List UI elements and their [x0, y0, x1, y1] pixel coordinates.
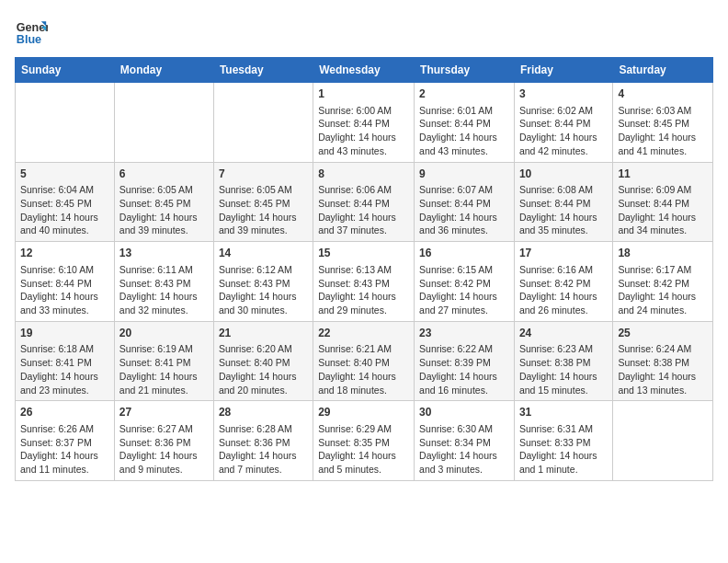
cell-content: Daylight: 14 hours — [219, 449, 308, 463]
cell-content: Sunset: 8:40 PM — [318, 356, 409, 370]
cell-content: Sunrise: 6:15 AM — [419, 263, 509, 277]
cell-content: Sunset: 8:38 PM — [618, 356, 708, 370]
cell-content: Sunrise: 6:24 AM — [618, 342, 708, 356]
cell-content: and 1 minute. — [519, 463, 608, 477]
calendar-cell: 12Sunrise: 6:10 AMSunset: 8:44 PMDayligh… — [16, 242, 115, 322]
calendar-cell: 28Sunrise: 6:28 AMSunset: 8:36 PMDayligh… — [213, 401, 313, 481]
calendar-header: SundayMondayTuesdayWednesdayThursdayFrid… — [16, 58, 713, 83]
calendar-cell: 13Sunrise: 6:11 AMSunset: 8:43 PMDayligh… — [114, 242, 213, 322]
calendar-cell: 9Sunrise: 6:07 AMSunset: 8:44 PMDaylight… — [415, 162, 515, 242]
calendar-cell: 18Sunrise: 6:17 AMSunset: 8:42 PMDayligh… — [613, 242, 713, 322]
day-number: 18 — [618, 246, 708, 261]
cell-content: Sunset: 8:33 PM — [519, 436, 608, 450]
cell-content: Sunset: 8:39 PM — [419, 356, 509, 370]
calendar-cell: 4Sunrise: 6:03 AMSunset: 8:45 PMDaylight… — [613, 83, 713, 163]
cell-content: Daylight: 14 hours — [419, 370, 509, 384]
day-number: 2 — [419, 86, 509, 102]
calendar-cell: 22Sunrise: 6:21 AMSunset: 8:40 PMDayligh… — [313, 321, 415, 401]
cell-content: and 33 minutes. — [20, 304, 109, 317]
cell-content: Sunset: 8:44 PM — [618, 197, 708, 211]
cell-content: Daylight: 14 hours — [519, 370, 608, 384]
cell-content: Sunrise: 6:10 AM — [20, 263, 109, 277]
cell-content: Sunset: 8:37 PM — [20, 436, 109, 450]
cell-content: Daylight: 14 hours — [519, 211, 608, 224]
cell-content: Daylight: 14 hours — [519, 290, 608, 304]
cell-content: and 18 minutes. — [318, 384, 409, 397]
cell-content: Sunset: 8:43 PM — [219, 277, 308, 291]
cell-content: Daylight: 14 hours — [119, 370, 209, 384]
cell-content: and 24 minutes. — [618, 304, 708, 317]
calendar-cell: 8Sunrise: 6:06 AMSunset: 8:44 PMDaylight… — [313, 162, 415, 242]
calendar-cell: 5Sunrise: 6:04 AMSunset: 8:45 PMDaylight… — [16, 162, 115, 242]
day-header-wednesday: Wednesday — [313, 58, 415, 83]
cell-content: Daylight: 14 hours — [318, 211, 409, 224]
day-number: 11 — [618, 167, 708, 182]
calendar-week-4: 26Sunrise: 6:26 AMSunset: 8:37 PMDayligh… — [16, 401, 713, 481]
cell-content: Daylight: 14 hours — [219, 211, 308, 224]
day-number: 22 — [318, 326, 409, 341]
cell-content: Sunset: 8:34 PM — [419, 436, 509, 450]
day-number: 25 — [618, 326, 708, 341]
day-number: 4 — [618, 86, 708, 102]
day-number: 14 — [219, 246, 308, 261]
cell-content: Sunset: 8:42 PM — [618, 277, 708, 291]
calendar-cell: 7Sunrise: 6:05 AMSunset: 8:45 PMDaylight… — [213, 162, 313, 242]
day-number: 9 — [419, 167, 509, 182]
calendar-cell — [16, 83, 115, 163]
cell-content: Sunset: 8:44 PM — [318, 197, 409, 211]
cell-content: Sunrise: 6:01 AM — [419, 104, 509, 118]
calendar-week-0: 1Sunrise: 6:00 AMSunset: 8:44 PMDaylight… — [16, 83, 713, 163]
calendar-cell: 29Sunrise: 6:29 AMSunset: 8:35 PMDayligh… — [313, 401, 415, 481]
cell-content: Sunrise: 6:22 AM — [419, 342, 509, 356]
cell-content: and 37 minutes. — [318, 224, 409, 237]
cell-content: and 3 minutes. — [419, 463, 509, 477]
cell-content: Sunset: 8:44 PM — [519, 197, 608, 211]
cell-content: Sunrise: 6:09 AM — [618, 183, 708, 197]
day-header-saturday: Saturday — [613, 58, 713, 83]
cell-content: Sunset: 8:43 PM — [119, 277, 209, 291]
cell-content: Sunrise: 6:20 AM — [219, 342, 308, 356]
calendar-cell: 31Sunrise: 6:31 AMSunset: 8:33 PMDayligh… — [514, 401, 612, 481]
cell-content: Sunrise: 6:02 AM — [519, 104, 608, 118]
cell-content: Daylight: 14 hours — [318, 370, 409, 384]
cell-content: Sunrise: 6:23 AM — [519, 342, 608, 356]
cell-content: and 39 minutes. — [219, 224, 308, 237]
day-number: 3 — [519, 86, 608, 102]
calendar-cell: 14Sunrise: 6:12 AMSunset: 8:43 PMDayligh… — [213, 242, 313, 322]
day-header-monday: Monday — [114, 58, 213, 83]
day-number: 23 — [419, 326, 509, 341]
calendar-cell: 21Sunrise: 6:20 AMSunset: 8:40 PMDayligh… — [213, 321, 313, 401]
day-number: 7 — [219, 167, 308, 182]
cell-content: Daylight: 14 hours — [318, 290, 409, 304]
cell-content: Daylight: 14 hours — [419, 131, 509, 144]
day-number: 30 — [419, 405, 509, 420]
cell-content: and 7 minutes. — [219, 463, 308, 477]
calendar-cell: 15Sunrise: 6:13 AMSunset: 8:43 PMDayligh… — [313, 242, 415, 322]
cell-content: Daylight: 14 hours — [618, 211, 708, 224]
day-number: 15 — [318, 246, 409, 261]
cell-content: Daylight: 14 hours — [618, 131, 708, 144]
cell-content: Daylight: 14 hours — [219, 370, 308, 384]
calendar-cell: 27Sunrise: 6:27 AMSunset: 8:36 PMDayligh… — [114, 401, 213, 481]
cell-content: and 29 minutes. — [318, 304, 409, 317]
day-header-thursday: Thursday — [415, 58, 515, 83]
day-number: 29 — [318, 405, 409, 420]
cell-content: Sunset: 8:44 PM — [20, 277, 109, 291]
calendar-cell — [213, 83, 313, 163]
calendar-week-2: 12Sunrise: 6:10 AMSunset: 8:44 PMDayligh… — [16, 242, 713, 322]
cell-content: Sunset: 8:41 PM — [20, 356, 109, 370]
day-number: 20 — [119, 326, 209, 341]
day-number: 8 — [318, 167, 409, 182]
cell-content: and 36 minutes. — [419, 224, 509, 237]
day-number: 12 — [20, 246, 109, 261]
cell-content: Sunset: 8:44 PM — [419, 117, 509, 131]
cell-content: Daylight: 14 hours — [318, 449, 409, 463]
cell-content: Daylight: 14 hours — [419, 290, 509, 304]
day-number: 16 — [419, 246, 509, 261]
cell-content: Sunset: 8:41 PM — [119, 356, 209, 370]
cell-content: Sunset: 8:45 PM — [119, 197, 209, 211]
calendar-cell: 17Sunrise: 6:16 AMSunset: 8:42 PMDayligh… — [514, 242, 612, 322]
cell-content: Sunrise: 6:06 AM — [318, 183, 409, 197]
cell-content: and 39 minutes. — [119, 224, 209, 237]
calendar-cell: 23Sunrise: 6:22 AMSunset: 8:39 PMDayligh… — [415, 321, 515, 401]
